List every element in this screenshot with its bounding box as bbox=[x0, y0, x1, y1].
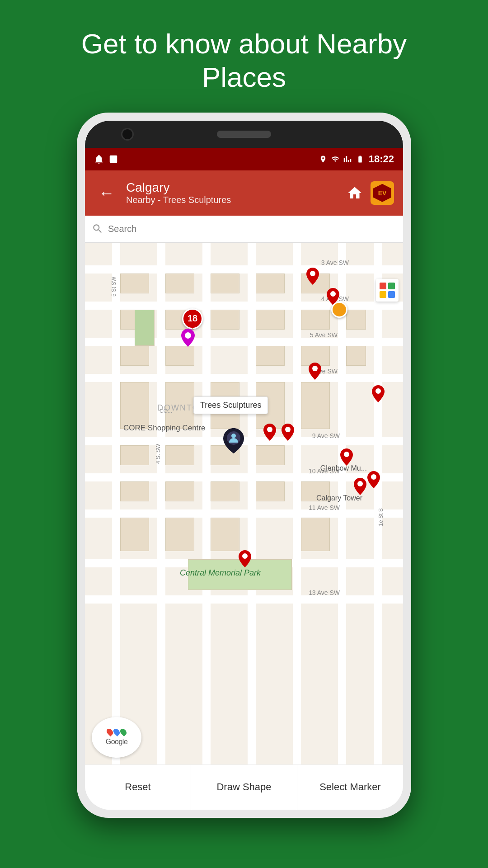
block-sw-5 bbox=[120, 481, 149, 501]
user-location-pin[interactable] bbox=[223, 428, 244, 455]
red-pin-4[interactable] bbox=[372, 385, 385, 404]
svg-point-10 bbox=[267, 427, 272, 432]
street-label-4st: 4 St SW bbox=[155, 444, 161, 464]
google-logo: Google bbox=[92, 717, 141, 758]
red-pin-3[interactable] bbox=[309, 363, 321, 382]
red-pin-cluster-1[interactable] bbox=[354, 478, 366, 497]
app-bar: ← Calgary Nearby - Trees Sculptures EV bbox=[85, 170, 403, 216]
block-sw-4 bbox=[256, 445, 285, 465]
red-pin-8[interactable] bbox=[239, 550, 251, 569]
map-type-button[interactable] bbox=[376, 279, 399, 302]
phone-notch bbox=[85, 121, 403, 148]
phone-frame: 18:22 ← Calgary Nearby - Trees Sculpture… bbox=[77, 113, 411, 818]
street-6-ave bbox=[85, 374, 403, 382]
google-pin-blue bbox=[112, 727, 121, 736]
street-2st bbox=[248, 243, 256, 764]
app-bar-title: Calgary Nearby - Trees Sculptures bbox=[126, 180, 337, 205]
svg-point-2 bbox=[310, 271, 315, 276]
select-marker-button[interactable]: Select Marker bbox=[297, 765, 403, 810]
google-pin-green bbox=[119, 727, 128, 736]
red-pin-7[interactable] bbox=[263, 424, 276, 443]
status-right-icons: 18:22 bbox=[319, 153, 394, 165]
yellow-cluster[interactable] bbox=[331, 302, 347, 318]
reset-button[interactable]: Reset bbox=[85, 765, 191, 810]
grid-dot-blue bbox=[388, 291, 395, 298]
google-text: Google bbox=[106, 738, 128, 746]
google-logo-pins bbox=[107, 728, 126, 736]
magenta-pin[interactable] bbox=[181, 329, 195, 349]
bottom-toolbar: Reset Draw Shape Select Marker bbox=[85, 764, 403, 810]
block-sw-8 bbox=[256, 481, 285, 501]
red-pin-6[interactable] bbox=[340, 448, 353, 467]
street-label-11-ave: 11 Ave SW bbox=[309, 504, 340, 511]
street-label-5-ave: 5 Ave SW bbox=[310, 331, 338, 339]
block-1 bbox=[120, 274, 149, 293]
street-13-ave bbox=[85, 595, 403, 604]
core-block-5 bbox=[301, 382, 330, 429]
home-button[interactable] bbox=[343, 182, 366, 204]
speaker-grille bbox=[217, 131, 271, 138]
block-10 bbox=[301, 310, 330, 330]
street-5-ave bbox=[85, 338, 403, 346]
grid-dot-red bbox=[380, 283, 386, 289]
block-11 bbox=[346, 310, 366, 330]
block-sw-7 bbox=[211, 481, 239, 501]
block-9 bbox=[256, 310, 285, 330]
search-input[interactable] bbox=[108, 224, 396, 234]
block-16 bbox=[346, 346, 366, 366]
block-low-1 bbox=[120, 518, 149, 551]
street-east bbox=[374, 243, 382, 764]
ev-button[interactable]: EV bbox=[371, 181, 394, 205]
app-bar-actions: EV bbox=[343, 181, 394, 205]
signal-status-icon bbox=[343, 155, 352, 163]
green-park-1 bbox=[135, 310, 155, 346]
google-pin-red bbox=[105, 727, 114, 736]
draw-shape-button[interactable]: Draw Shape bbox=[191, 765, 297, 810]
city-name: Calgary bbox=[126, 180, 337, 195]
red-pin-cluster-2[interactable] bbox=[367, 471, 380, 490]
cluster-marker-18[interactable]: 18 bbox=[182, 308, 203, 329]
subtitle: Nearby - Trees Sculptures bbox=[126, 195, 337, 205]
location-status-icon bbox=[319, 155, 327, 163]
street-1st-se bbox=[338, 243, 346, 764]
grid-dot-green bbox=[388, 283, 395, 289]
street-3-ave bbox=[85, 265, 403, 274]
street-label-5st: 5 St SW bbox=[111, 277, 117, 297]
svg-point-7 bbox=[344, 452, 349, 457]
front-camera bbox=[121, 128, 134, 141]
svg-point-4 bbox=[312, 366, 318, 371]
back-button[interactable]: ← bbox=[94, 179, 119, 207]
ev-logo: EV bbox=[373, 184, 391, 202]
street-label-9-ave: 9 Ave SW bbox=[312, 432, 340, 439]
street-1st-sw bbox=[293, 243, 301, 764]
block-sw-1 bbox=[120, 445, 149, 465]
street-label-1st-se: 1e St S bbox=[378, 508, 384, 526]
street-11-ave bbox=[85, 509, 403, 518]
block-low-3 bbox=[211, 518, 239, 551]
trees-sculptures-tooltip[interactable]: Trees Sculptures bbox=[193, 396, 268, 414]
home-icon bbox=[347, 185, 363, 201]
map-view[interactable]: 3 Ave SW 4 Ave SW 5 Ave SW 6 Ave SW 9 Av… bbox=[85, 243, 403, 764]
red-pin-5[interactable] bbox=[282, 424, 294, 443]
svg-point-11 bbox=[242, 553, 248, 559]
red-pin-1[interactable] bbox=[306, 268, 319, 287]
battery-status-icon bbox=[355, 155, 365, 163]
svg-point-3 bbox=[330, 291, 336, 297]
notification-icon bbox=[94, 154, 104, 164]
core-shopping-label: CORE Shopping Centre bbox=[123, 424, 205, 433]
svg-point-13 bbox=[231, 434, 236, 438]
block-sw-6 bbox=[165, 481, 194, 501]
street-label-13-ave: 13 Ave SW bbox=[309, 589, 340, 596]
block-low-5 bbox=[301, 518, 330, 551]
block-sw-2 bbox=[165, 445, 194, 465]
svg-rect-0 bbox=[110, 156, 117, 163]
search-bar bbox=[85, 216, 403, 243]
street-3st bbox=[202, 243, 211, 764]
street-9-ave bbox=[85, 437, 403, 445]
map-background: 3 Ave SW 4 Ave SW 5 Ave SW 6 Ave SW 9 Av… bbox=[85, 243, 403, 764]
street-4-ave bbox=[85, 302, 403, 310]
core-block-1 bbox=[120, 382, 149, 429]
grid-dot-yellow bbox=[380, 291, 386, 298]
status-bar: 18:22 bbox=[85, 148, 403, 170]
block-3 bbox=[211, 274, 239, 293]
